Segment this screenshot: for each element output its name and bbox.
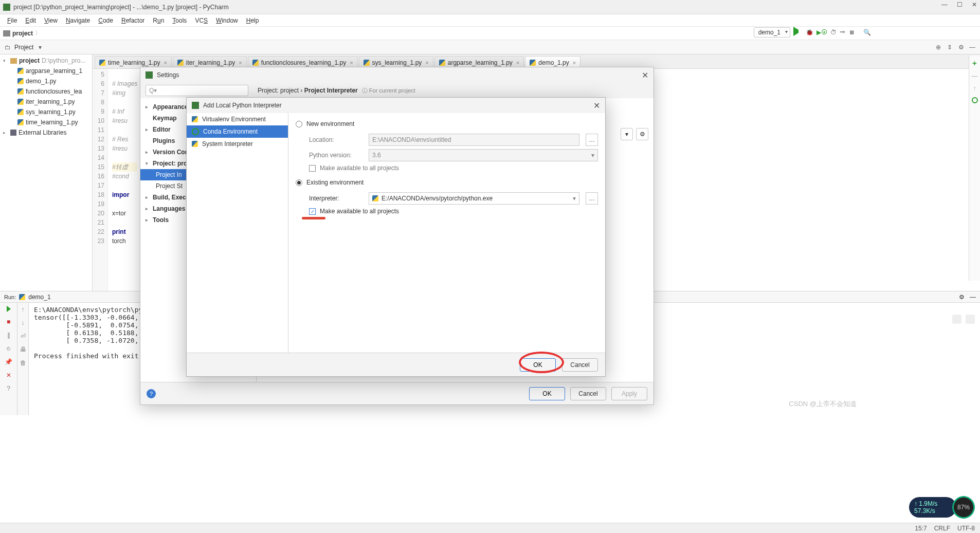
menu-window[interactable]: Window: [213, 16, 241, 25]
close-tab-icon[interactable]: ×: [573, 60, 576, 66]
tree-file[interactable]: demo_1.py: [0, 76, 92, 86]
type-virtualenv[interactable]: Virtualenv Environment: [187, 113, 288, 125]
search-everywhere-icon[interactable]: 🔍: [863, 29, 871, 36]
settings-icon[interactable]: ⚙: [956, 43, 966, 52]
settings-cancel-button[interactable]: Cancel: [570, 387, 606, 400]
run-button[interactable]: [793, 27, 803, 38]
ime-icon[interactable]: [952, 315, 961, 324]
addint-ok-button[interactable]: OK: [520, 358, 556, 372]
status-crlf[interactable]: CRLF: [934, 525, 950, 532]
pin-icon[interactable]: 📌: [5, 358, 12, 365]
gear-icon[interactable]: ⚙: [959, 293, 965, 301]
stop-icon[interactable]: ■: [7, 318, 10, 325]
tree-file[interactable]: time_learning_1.py: [0, 117, 92, 127]
menu-file[interactable]: FFileile: [4, 16, 20, 25]
python-icon: [17, 99, 24, 105]
menu-navigate[interactable]: Navigate: [63, 16, 93, 25]
close-tab-icon[interactable]: ×: [425, 60, 428, 66]
close-tab-icon[interactable]: ×: [516, 60, 519, 66]
exit-icon[interactable]: ⎋: [7, 345, 10, 352]
close-tab-icon[interactable]: ×: [350, 60, 353, 66]
hide-panel-icon[interactable]: —: [970, 293, 976, 301]
rerun-icon[interactable]: [7, 306, 11, 312]
close-tab-icon[interactable]: ×: [239, 60, 242, 66]
wrap-icon[interactable]: ⏎: [21, 333, 26, 340]
pyver-dropdown: 3.6▾: [369, 149, 598, 161]
tree-file[interactable]: functionclosures_lea: [0, 86, 92, 97]
run-config-dropdown[interactable]: demo_1: [754, 27, 790, 38]
python-icon: [439, 60, 445, 66]
collapse-icon[interactable]: ⇕: [945, 43, 954, 52]
minus-icon[interactable]: —: [972, 72, 978, 80]
window-title: project [D:\python_project_learning\proj…: [13, 4, 229, 11]
menu-vcs[interactable]: VCS: [192, 16, 211, 25]
tree-file[interactable]: iter_learning_1.py: [0, 97, 92, 107]
debug-button[interactable]: 🐞: [806, 29, 813, 36]
python-icon: [17, 119, 24, 125]
menu-help[interactable]: Help: [243, 16, 262, 25]
run-config-label: demo_1: [758, 29, 781, 36]
pycharm-icon: [3, 4, 10, 11]
menu-refactor[interactable]: Refactor: [118, 16, 148, 25]
pause-icon[interactable]: ‖: [7, 332, 10, 339]
chevron-down-icon[interactable]: ▾: [35, 43, 45, 52]
make-available-2-checkbox[interactable]: [309, 208, 316, 215]
type-system[interactable]: System Interpreter: [187, 138, 288, 150]
help-icon[interactable]: ?: [7, 385, 10, 392]
stop-button[interactable]: ⮕: [840, 29, 846, 36]
down-arrow-icon[interactable]: ↓: [22, 319, 25, 326]
radio-existing-env[interactable]: [296, 179, 302, 186]
close-icon[interactable]: ✕: [593, 101, 600, 111]
close-tab-icon[interactable]: ×: [164, 60, 167, 66]
maximize-icon[interactable]: ☐: [957, 1, 963, 8]
up-icon[interactable]: ↑: [973, 85, 976, 92]
python-icon: [530, 60, 536, 66]
menu-run[interactable]: Run: [150, 16, 167, 25]
new-env-label: New environment: [306, 120, 354, 127]
settings-ok-button[interactable]: OK: [529, 387, 565, 400]
attach-button[interactable]: ⏹: [849, 29, 855, 36]
interpreter-input[interactable]: E:/ANACONDA/envs/pytorch/python.exe ▾: [369, 192, 579, 205]
menu-code[interactable]: Code: [95, 16, 116, 25]
minimize-icon[interactable]: —: [941, 1, 948, 8]
browse-button[interactable]: …: [586, 134, 598, 146]
browse-button[interactable]: …: [586, 192, 598, 205]
editor-gutter: 567891011121314151617181920212223: [93, 69, 108, 291]
status-position[interactable]: 15:7: [915, 525, 927, 532]
gear-icon[interactable]: ⚙: [636, 128, 648, 140]
close-icon[interactable]: ✕: [972, 1, 977, 8]
watermark: CSDN @上帝不会知道: [789, 399, 857, 409]
net-speed-widget: ↑ 1.9M/s57.3K/s: [909, 497, 956, 518]
status-encoding[interactable]: UTF-8: [957, 525, 975, 532]
type-conda[interactable]: Conda Environment: [187, 125, 288, 138]
coverage-button[interactable]: ▶⦿: [816, 29, 827, 36]
python-icon: [17, 78, 24, 84]
editor-code[interactable]: # Images#img# Inf#resu# Res#resu#转虚#cond…: [108, 69, 137, 291]
help-icon[interactable]: ?: [147, 389, 156, 398]
addint-cancel-button[interactable]: Cancel: [562, 358, 598, 372]
breadcrumb-project[interactable]: project: [12, 30, 33, 37]
trash-icon[interactable]: 🗑: [20, 359, 26, 366]
add-icon[interactable]: +: [972, 59, 977, 67]
select-target-icon[interactable]: ⊕: [934, 43, 943, 52]
settings-breadcrumb: Project: project › Project Interpreterⓘ …: [258, 86, 415, 95]
radio-new-env[interactable]: [296, 121, 302, 127]
close-icon[interactable]: ✕: [6, 372, 11, 379]
interpreter-dropdown[interactable]: ▾: [621, 128, 633, 140]
hide-icon[interactable]: —: [968, 43, 977, 52]
tree-external-libs[interactable]: ▸ External Libraries: [0, 127, 92, 138]
menu-edit[interactable]: Edit: [22, 16, 39, 25]
menu-view[interactable]: View: [41, 16, 61, 25]
settings-apply-button[interactable]: Apply: [611, 387, 647, 400]
tree-file[interactable]: argparse_learning_1: [0, 66, 92, 76]
tree-file[interactable]: sys_learning_1.py: [0, 107, 92, 117]
project-dropdown[interactable]: 🗀: [3, 43, 12, 52]
profile-button[interactable]: ⏱: [830, 29, 837, 36]
tree-root[interactable]: ▾ project D:\python_pro...: [0, 56, 92, 66]
settings-search[interactable]: Q▾: [146, 85, 248, 96]
print-icon[interactable]: 🖶: [20, 346, 26, 353]
close-icon[interactable]: ✕: [642, 70, 648, 80]
circle-icon[interactable]: [972, 97, 978, 103]
menu-tools[interactable]: Tools: [169, 16, 190, 25]
up-arrow-icon[interactable]: ↑: [22, 306, 25, 313]
